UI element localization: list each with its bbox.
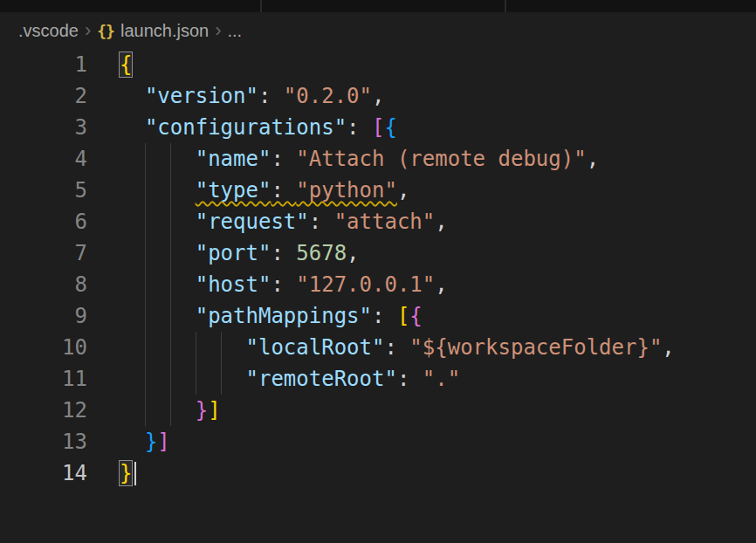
code-token: ]	[208, 398, 220, 423]
code-token: ,	[435, 210, 447, 234]
code-token	[120, 430, 145, 454]
code-line[interactable]: 8 "host": "127.0.0.1",	[0, 269, 756, 300]
line-number[interactable]: 5	[0, 175, 87, 206]
code-text: "pathMappings": [{	[120, 300, 423, 332]
code-token: ,	[662, 335, 674, 360]
code-token: ,	[372, 84, 384, 108]
code-line[interactable]: 11 "remoteRoot": "."	[0, 363, 756, 395]
code-line[interactable]: 7 "port": 5678,	[0, 237, 756, 269]
line-number[interactable]: 10	[0, 332, 87, 363]
code-text: {	[120, 49, 132, 80]
code-lines: 1{2 "version": "0.2.0",3 "configurations…	[0, 49, 756, 489]
code-line[interactable]: 5 "type": "python",	[0, 175, 756, 206]
code-line[interactable]: 10 "localRoot": "${workspaceFolder}",	[0, 332, 756, 363]
code-token	[120, 241, 196, 265]
code-text: "localRoot": "${workspaceFolder}",	[120, 332, 675, 363]
code-token: :	[271, 241, 296, 265]
code-token: :	[372, 304, 397, 328]
vscode-editor-window: .vscode › {} launch.json › ... 1{2 "vers…	[0, 0, 756, 543]
code-text: "request": "attach",	[120, 206, 448, 237]
chevron-right-icon: ›	[215, 21, 221, 40]
code-token: ,	[397, 178, 409, 203]
line-number[interactable]: 12	[0, 395, 87, 426]
code-token	[120, 398, 196, 423]
code-token: "configurations"	[145, 115, 347, 140]
code-token: :	[309, 210, 334, 234]
code-token: :	[258, 84, 284, 108]
code-token: "."	[423, 367, 460, 391]
editor-tab-strip	[0, 0, 756, 12]
code-line[interactable]: 13 }]	[0, 426, 756, 457]
code-line[interactable]: 9 "pathMappings": [{	[0, 300, 756, 332]
code-token: ,	[347, 241, 359, 265]
line-number[interactable]: 8	[0, 269, 87, 300]
code-token: 5678	[296, 241, 347, 265]
breadcrumb: .vscode › {} launch.json › ...	[0, 12, 756, 49]
breadcrumb-symbol-more[interactable]: ...	[227, 21, 242, 41]
code-token: :	[397, 367, 423, 391]
text-cursor	[134, 462, 136, 485]
breadcrumb-folder[interactable]: .vscode	[18, 21, 79, 41]
code-text: "configurations": [{	[120, 112, 397, 143]
code-line[interactable]: 2 "version": "0.2.0",	[0, 80, 756, 112]
code-token: :	[271, 147, 296, 171]
line-number[interactable]: 3	[0, 112, 87, 143]
code-token: "${workspaceFolder}"	[409, 335, 662, 360]
code-token: {	[384, 115, 396, 140]
code-token: "pathMappings"	[196, 304, 372, 328]
code-line[interactable]: 6 "request": "attach",	[0, 206, 756, 237]
tab-separator	[505, 0, 506, 12]
code-text: "port": 5678,	[120, 237, 360, 269]
breadcrumb-file[interactable]: launch.json	[120, 21, 209, 41]
code-token	[120, 178, 196, 203]
code-token: "request"	[196, 210, 309, 234]
code-token: "port"	[196, 241, 271, 265]
code-token: "type"	[196, 178, 271, 203]
code-token: "attach"	[334, 210, 436, 234]
code-editor[interactable]: 1{2 "version": "0.2.0",3 "configurations…	[0, 49, 756, 489]
line-number[interactable]: 7	[0, 237, 87, 269]
code-token: :	[271, 178, 296, 203]
code-token: "version"	[145, 84, 258, 108]
line-number[interactable]: 2	[0, 80, 87, 112]
line-number[interactable]: 11	[0, 363, 87, 395]
line-number[interactable]: 6	[0, 206, 87, 237]
code-line[interactable]: 14}	[0, 457, 756, 489]
code-token: ]	[157, 430, 169, 454]
line-number[interactable]: 13	[0, 426, 87, 457]
line-number[interactable]: 14	[0, 457, 87, 489]
code-token: {	[120, 52, 132, 77]
code-token: :	[347, 115, 372, 140]
code-token	[120, 115, 145, 140]
code-token	[120, 210, 196, 234]
code-token	[120, 84, 145, 108]
code-token: [	[372, 115, 384, 140]
code-token: }	[120, 461, 132, 485]
code-line[interactable]: 3 "configurations": [{	[0, 112, 756, 143]
code-token: :	[271, 272, 296, 297]
code-line[interactable]: 12 }]	[0, 395, 756, 426]
code-token: ,	[587, 147, 599, 171]
code-text: }]	[120, 395, 221, 426]
code-token: [	[397, 304, 409, 328]
code-line[interactable]: 4 "name": "Attach (remote debug)",	[0, 143, 756, 175]
code-token: }	[196, 398, 208, 423]
code-token	[120, 335, 246, 360]
chevron-right-icon: ›	[85, 21, 91, 40]
code-token: "127.0.0.1"	[296, 272, 435, 297]
json-file-icon: {}	[97, 22, 114, 40]
code-text: }	[120, 457, 136, 489]
code-token: "localRoot"	[246, 335, 385, 360]
code-token	[120, 367, 246, 391]
line-number[interactable]: 4	[0, 143, 87, 175]
code-line[interactable]: 1{	[0, 49, 756, 80]
code-text: }]	[120, 426, 170, 457]
code-token	[120, 147, 196, 171]
line-number[interactable]: 9	[0, 300, 87, 332]
tab-separator	[260, 0, 262, 12]
code-token: "0.2.0"	[284, 84, 372, 108]
code-text: "remoteRoot": "."	[120, 363, 460, 395]
line-number[interactable]: 1	[0, 49, 87, 80]
code-token	[120, 304, 196, 328]
code-token: "host"	[196, 272, 271, 297]
